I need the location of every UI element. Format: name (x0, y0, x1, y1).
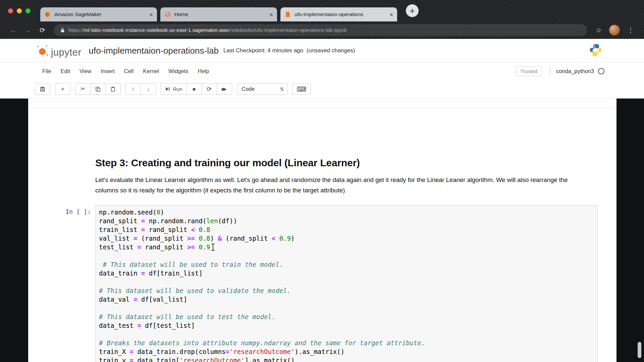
notebook-title[interactable]: ufo-implementaion-operations-lab (89, 46, 219, 56)
run-button[interactable]: Run (161, 83, 187, 95)
menu-file[interactable]: File (38, 68, 56, 74)
browser-menu-icon[interactable]: ⋮ (623, 27, 638, 34)
markdown-paragraph: Let's evaluate the Linear Learner algori… (95, 175, 592, 195)
cut-cell-button[interactable]: ✂ (75, 83, 91, 95)
interrupt-kernel-button[interactable]: ■ (186, 83, 202, 95)
tab-amazon-sagemaker[interactable]: Amazon SageMaker × (40, 7, 157, 21)
save-button[interactable] (35, 83, 50, 95)
code-token: = (141, 226, 145, 233)
back-button[interactable]: ← (6, 27, 21, 34)
plus-icon: + (61, 85, 64, 93)
profile-avatar[interactable] (609, 25, 620, 36)
menu-help[interactable]: Help (193, 68, 214, 74)
restart-icon: ⟳ (207, 85, 212, 93)
new-tab-button[interactable]: + (406, 4, 419, 17)
url-bar: ← → ⟳ https://ml-labs-notebook-instance.… (0, 21, 644, 39)
close-tab-icon[interactable]: × (269, 11, 273, 18)
code-token: 'researchOutcome' (179, 357, 245, 362)
unsaved-changes-status: (unsaved changes) (307, 47, 355, 54)
notebook-favicon-icon (284, 11, 291, 18)
code-token: df[train_list] (145, 269, 203, 277)
address-bar[interactable]: https://ml-labs-notebook-instance.notebo… (54, 24, 587, 36)
code-token: rand_split (141, 243, 187, 251)
command-palette-button[interactable]: ⌨ (292, 83, 311, 95)
restart-kernel-button[interactable]: ⟳ (202, 83, 217, 95)
reload-button[interactable]: ⟳ (36, 27, 49, 34)
code-line: train_list = rand_split < 0.8 (99, 225, 594, 234)
code-cell[interactable]: In [ ]: np.random.seed(0)rand_split = np… (55, 205, 598, 362)
code-line: train_y = data_train['researchOutcome'].… (99, 356, 594, 362)
code-line: # This dataset will be used to test the … (99, 312, 594, 321)
code-token: >= (187, 235, 195, 242)
code-token: rand_split (145, 226, 191, 233)
menu-widgets[interactable]: Widgets (164, 68, 193, 74)
copy-cell-button[interactable] (90, 83, 106, 95)
notebook-page: Step 3: Creating and training our model … (28, 99, 616, 362)
menu-insert[interactable]: Insert (96, 68, 119, 74)
code-token: (df)) (218, 217, 237, 225)
code-line (99, 251, 594, 260)
cells: Step 3: Creating and training our model … (28, 157, 616, 362)
arrow-down-icon: ↓ (147, 86, 150, 93)
tab-strip: Amazon SageMaker × Home × ufo-implementa… (0, 0, 644, 21)
right-letterbox (616, 99, 644, 362)
cut-icon: ✂ (80, 85, 85, 93)
tab-home[interactable]: Home × (160, 7, 277, 21)
trusted-badge[interactable]: Trusted (516, 66, 542, 76)
jupyter-favicon-icon (164, 11, 171, 18)
menu-kernel[interactable]: Kernel (138, 68, 164, 74)
code-token: # This dataset will be used to train the… (99, 261, 283, 268)
code-token: data_test (99, 322, 137, 329)
add-cell-button[interactable]: + (55, 83, 70, 95)
run-label: Run (173, 86, 182, 92)
code-line: train_X = data_train.drop(columns='resea… (99, 347, 594, 356)
restart-run-all-button[interactable]: ▶▶ (217, 83, 232, 95)
code-line: np.random.seed(0) (99, 208, 594, 217)
tab-notebook-active[interactable]: ufo-implementaion-operations × (280, 7, 397, 21)
code-token: 0.9 (279, 235, 291, 242)
code-line (99, 304, 594, 312)
forward-button[interactable]: → (21, 27, 36, 34)
minimize-window-button[interactable] (17, 8, 22, 13)
menu-edit[interactable]: Edit (56, 68, 75, 74)
code-token: 0.8 (199, 235, 210, 242)
close-tab-icon[interactable]: × (389, 11, 393, 18)
keyboard-icon: ⌨ (297, 85, 307, 93)
code-token: ) (291, 235, 294, 242)
cell-type-select[interactable]: Code ⇅ (237, 83, 288, 95)
close-window-button[interactable] (8, 8, 13, 13)
jupyter-logo-text: jupyter (51, 48, 82, 57)
code-token: np.random.rand( (145, 217, 206, 225)
code-token: data_val (99, 296, 133, 303)
jupyter-logo[interactable]: jupyter (36, 44, 82, 57)
code-token: = (226, 348, 229, 355)
scrollbar-thumb[interactable] (638, 342, 641, 358)
move-up-button[interactable]: ↑ (125, 83, 141, 95)
move-down-button[interactable]: ↓ (141, 83, 156, 95)
menu-view[interactable]: View (75, 68, 96, 74)
kernel-name: conda_python3 (556, 68, 594, 74)
code-token: < (272, 235, 275, 242)
zoom-window-button[interactable] (25, 8, 31, 13)
code-token: df[val_list] (137, 296, 187, 303)
copy-icon (95, 86, 101, 92)
code-token: train_X (99, 348, 130, 355)
code-token (275, 235, 279, 242)
paste-icon (110, 86, 116, 92)
code-token: data_train[ (133, 357, 179, 362)
tab-title: Amazon SageMaker (54, 11, 147, 17)
code-area[interactable]: np.random.seed(0)rand_split = np.random.… (95, 205, 598, 362)
code-token: ).as_matrix() (294, 348, 344, 355)
bookmark-star-icon[interactable]: ☆ (592, 27, 606, 34)
code-token (195, 235, 199, 242)
input-prompt: In [ ]: (55, 205, 95, 362)
close-tab-icon[interactable]: × (149, 11, 153, 18)
plus-icon: + (410, 6, 415, 16)
menu-cell[interactable]: Cell (119, 68, 138, 74)
code-token: (rand_split (222, 235, 272, 242)
stop-icon: ■ (193, 86, 196, 92)
code-token: data_train (99, 269, 141, 277)
run-icon (165, 86, 170, 92)
paste-cell-button[interactable] (105, 83, 121, 95)
code-token: = (141, 217, 145, 225)
